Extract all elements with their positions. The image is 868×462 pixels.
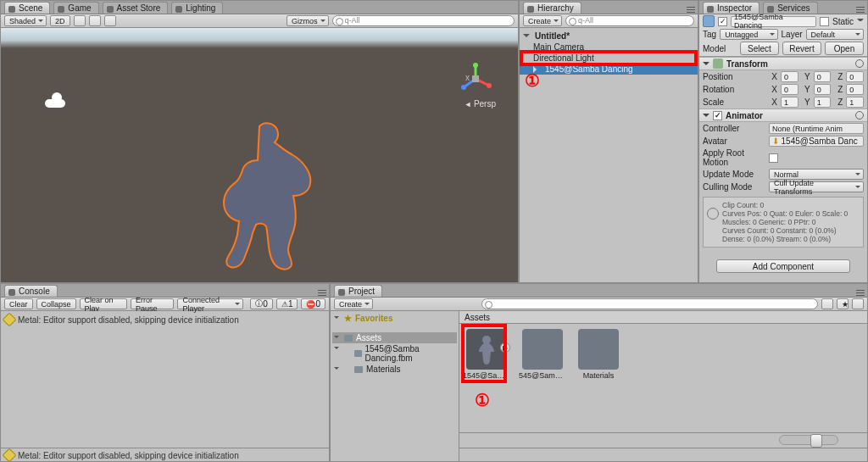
warn-filter[interactable]: ⚠ 1 xyxy=(276,298,298,309)
hierarchy-tree[interactable]: Untitled* Main Camera Directional Light … xyxy=(520,28,698,282)
favorite-icon[interactable]: ★ xyxy=(837,298,849,309)
breadcrumb[interactable]: Assets xyxy=(459,311,867,324)
info-filter[interactable]: ⓘ 0 xyxy=(250,298,273,309)
asset-item[interactable]: 545@Samba… xyxy=(520,329,565,380)
annotation-marker: ① xyxy=(475,390,490,410)
thumbnail-size-slider[interactable] xyxy=(779,435,838,445)
add-component-button[interactable]: Add Component xyxy=(716,259,850,273)
panel-menu-icon[interactable] xyxy=(315,290,329,297)
scene-fx-toggle[interactable] xyxy=(104,15,116,26)
open-button[interactable]: Open xyxy=(825,42,864,55)
select-button[interactable]: Select xyxy=(740,42,779,55)
scale-z[interactable]: 1 xyxy=(846,97,864,108)
annotation-box xyxy=(461,324,507,383)
transform-header[interactable]: Transform xyxy=(699,57,867,70)
tab-game[interactable]: Game xyxy=(53,2,98,14)
panel-menu-icon[interactable] xyxy=(684,7,698,14)
scene-panel: Scene Game Asset Store Lighting Shaded 2… xyxy=(0,0,519,283)
culling-mode-dropdown[interactable]: Cull Update Transforms xyxy=(769,181,864,192)
folder-item[interactable]: Materials xyxy=(332,364,457,375)
project-search[interactable] xyxy=(481,298,818,309)
panel-menu-icon[interactable] xyxy=(854,7,867,14)
filter-icon[interactable] xyxy=(821,298,833,309)
tab-hierarchy[interactable]: Hierarchy xyxy=(523,2,581,14)
pos-x[interactable]: 0 xyxy=(781,71,798,82)
persp-label: ◄ Persp xyxy=(464,99,496,109)
inspector-panel: Inspector Services ✓ 1545@Samba Dancing … xyxy=(698,0,868,283)
collapse-toggle[interactable]: Collapse xyxy=(36,298,76,309)
svg-point-3 xyxy=(473,63,478,68)
panel-menu-icon[interactable] xyxy=(854,290,867,297)
scene-light-toggle[interactable] xyxy=(74,15,86,26)
hierarchy-create-dropdown[interactable]: Create xyxy=(523,15,562,26)
view-2d-toggle[interactable]: 2D xyxy=(50,15,70,26)
folder-icon xyxy=(354,350,362,357)
error-filter[interactable]: ⛔ 0 xyxy=(301,298,326,309)
folder-icon xyxy=(354,366,363,373)
selected-model[interactable] xyxy=(213,121,314,282)
svg-point-5 xyxy=(461,85,466,90)
tab-console[interactable]: Console xyxy=(4,285,58,297)
tab-services[interactable]: Services xyxy=(763,2,817,14)
scene-tabs: Scene Game Asset Store Lighting xyxy=(1,1,518,14)
avatar-field[interactable]: ⬇ 1545@Samba Danc xyxy=(769,136,864,147)
tab-lighting[interactable]: Lighting xyxy=(171,2,223,14)
static-dropdown-icon[interactable] xyxy=(857,19,864,24)
animator-stats: Clip Count: 0 Curves Pos: 0 Quat: 0 Eule… xyxy=(703,197,864,248)
project-create-dropdown[interactable]: Create xyxy=(334,298,373,309)
favorites-node[interactable]: ★ Favorites xyxy=(332,313,457,324)
enabled-checkbox[interactable]: ✓ xyxy=(718,17,727,26)
tab-inspector[interactable]: Inspector xyxy=(703,2,760,14)
tab-project[interactable]: Project xyxy=(334,285,382,297)
camera-icon xyxy=(43,92,69,108)
hierarchy-search[interactable]: q-All xyxy=(565,15,694,26)
error-pause-toggle[interactable]: Error Pause xyxy=(131,298,175,309)
annotation-box xyxy=(520,50,698,66)
pos-y[interactable]: 0 xyxy=(814,71,832,82)
scene-audio-toggle[interactable] xyxy=(89,15,101,26)
pos-z[interactable]: 0 xyxy=(846,71,864,82)
folder-item[interactable]: 1545@Samba Dancing.fbm xyxy=(332,343,457,364)
rot-z[interactable]: 0 xyxy=(846,84,864,95)
project-tree[interactable]: ★ Favorites Assets 1545@Samba Dancing.fb… xyxy=(331,311,459,461)
tag-dropdown[interactable]: Untagged xyxy=(720,29,777,40)
scene-toolbar: Shaded 2D Gizmos q-All xyxy=(1,14,518,28)
clear-on-play-toggle[interactable]: Clear on Play xyxy=(80,298,127,309)
assets-node[interactable]: Assets xyxy=(332,332,457,343)
gizmos-dropdown[interactable]: Gizmos xyxy=(287,15,329,26)
rot-x[interactable]: 0 xyxy=(781,84,798,95)
scale-x[interactable]: 1 xyxy=(781,97,798,108)
connected-player-dropdown[interactable]: Connected Player xyxy=(177,298,243,309)
scene-viewport[interactable]: x ◄ Persp xyxy=(1,28,518,282)
console-panel: Console Clear Collapse Clear on Play Err… xyxy=(0,283,330,462)
svg-point-4 xyxy=(487,83,492,88)
project-panel: Project Create ★ ★ Favorites Assets 1545… xyxy=(330,283,868,462)
svg-text:x: x xyxy=(465,73,470,82)
name-field[interactable]: 1545@Samba Dancing xyxy=(731,16,816,27)
controller-field[interactable]: None (Runtime Anim xyxy=(769,123,864,134)
svg-rect-6 xyxy=(472,75,479,82)
root-motion-checkbox[interactable] xyxy=(769,153,778,163)
tab-scene[interactable]: Scene xyxy=(4,2,50,14)
clear-button[interactable]: Clear xyxy=(4,298,33,309)
layer-dropdown[interactable]: Default xyxy=(806,29,864,40)
animator-header[interactable]: ✓ Animator xyxy=(699,109,867,122)
shading-mode-dropdown[interactable]: Shaded xyxy=(4,15,47,26)
gear-icon[interactable] xyxy=(855,59,864,68)
transform-icon xyxy=(713,58,723,69)
scene-search[interactable]: q-All xyxy=(332,15,515,26)
status-bar: Metal: Editor support disabled, skipping… xyxy=(1,448,329,462)
asset-grid[interactable]: ▶ 1545@Samba… 545@Samba… Materials ① xyxy=(459,324,867,432)
scale-y[interactable]: 1 xyxy=(814,97,832,108)
revert-button[interactable]: Revert xyxy=(782,42,821,55)
tab-asset-store[interactable]: Asset Store xyxy=(103,2,169,14)
static-checkbox[interactable] xyxy=(820,17,829,26)
hidden-icon[interactable] xyxy=(852,298,864,309)
log-entry[interactable]: Metal: Editor support disabled, skipping… xyxy=(4,313,326,326)
asset-item[interactable]: Materials xyxy=(576,329,620,380)
project-footer xyxy=(459,432,867,448)
orientation-gizmo[interactable]: x xyxy=(459,62,492,96)
rot-y[interactable]: 0 xyxy=(814,84,832,95)
animator-enabled-checkbox[interactable]: ✓ xyxy=(713,111,722,120)
gear-icon[interactable] xyxy=(855,111,864,120)
